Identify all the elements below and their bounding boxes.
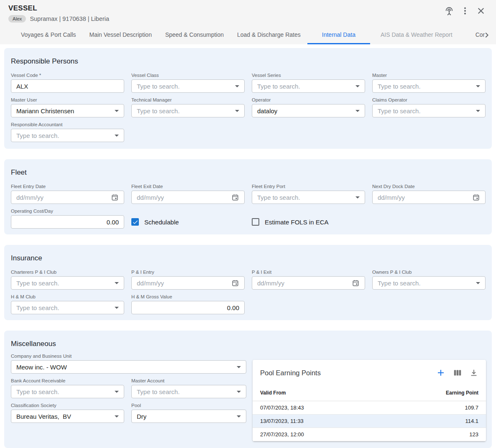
fleet-exit-date-input[interactable]: dd/mm/yy: [131, 191, 245, 204]
schedulable-checkbox-row[interactable]: Schedulable: [131, 218, 245, 226]
field-vessel-class: Vessel Class Type to search.: [131, 68, 245, 93]
responsible-accountant-select[interactable]: Type to search.: [11, 129, 124, 142]
claims-operator-select[interactable]: Type to search.: [372, 104, 486, 117]
bank-account-receivable-select[interactable]: Type to search.: [11, 385, 124, 398]
fleet-entry-port-select[interactable]: Type to search.: [252, 191, 365, 204]
field-vessel-code: Vessel Code * ALX: [11, 68, 124, 93]
field-label: Vessel Class: [131, 73, 245, 78]
checkbox-unchecked-icon[interactable]: [252, 218, 259, 226]
hm-club-select[interactable]: Type to search.: [11, 301, 124, 314]
classification-society-select[interactable]: Bureau Veritas, BV: [11, 410, 124, 423]
cell-earning-point: 109.7: [381, 401, 486, 415]
section-insurance: Insurance Charterers P & I Club Type to …: [4, 245, 492, 320]
master-user-select[interactable]: Mariann Christensen: [11, 104, 124, 117]
chevron-down-icon: [115, 135, 119, 137]
chevron-down-icon: [235, 85, 239, 87]
estimate-fols-checkbox-row[interactable]: Estimate FOLS in ECA: [252, 218, 365, 226]
field-label: Classification Society: [11, 403, 124, 408]
hm-gross-value-input[interactable]: 0.00: [131, 301, 245, 314]
field-label: Claims Operator: [372, 97, 486, 103]
table-row[interactable]: 27/07/2023, 12:00 123: [253, 428, 486, 441]
field-next-dry-dock-date: Next Dry Dock Date dd/mm/yy: [372, 179, 486, 204]
field-vessel-series: Vessel Series Type to search.: [252, 68, 365, 93]
field-label: Next Dry Dock Date: [372, 184, 486, 189]
chevron-down-icon: [237, 415, 241, 417]
tab-load-discharge-rates[interactable]: Load & Discharge Rates: [230, 28, 307, 44]
operating-cost-day-input[interactable]: 0.00: [11, 215, 124, 229]
checkbox-checked-icon[interactable]: [131, 218, 139, 226]
cell-valid-from: 07/07/2023, 18:43: [253, 401, 381, 415]
field-pool: Pool Dry: [131, 398, 246, 423]
chevron-down-icon: [115, 307, 119, 309]
section-title: Fleet: [11, 168, 485, 177]
field-label: Vessel Code *: [11, 73, 124, 78]
calendar-icon[interactable]: [231, 279, 239, 287]
tab-voyages-port-calls[interactable]: Voyages & Port Calls: [14, 28, 83, 44]
column-header-valid-from[interactable]: Valid From: [253, 383, 381, 401]
field-pi-entry: P & I Entry dd/mm/yy: [131, 265, 245, 290]
table-row-selected[interactable]: 13/07/2023, 11:33 114.1: [253, 415, 486, 428]
kebab-menu-icon[interactable]: [460, 6, 470, 16]
next-dry-dock-date-input[interactable]: dd/mm/yy: [372, 191, 486, 204]
columns-icon[interactable]: [453, 368, 462, 377]
download-icon[interactable]: [469, 368, 478, 377]
field-master-user: Master User Mariann Christensen: [11, 93, 124, 117]
company-business-unit-select[interactable]: Meow inc. - WOW: [11, 360, 246, 374]
chevron-down-icon: [237, 391, 241, 393]
field-label: Master User: [11, 97, 124, 103]
pi-entry-date-input[interactable]: dd/mm/yy: [131, 276, 245, 290]
section-title: Responsible Persons: [11, 57, 485, 66]
chevron-down-icon: [476, 110, 480, 112]
field-charterers-pi-club: Charterers P & I Club Type to search.: [11, 265, 124, 290]
field-label: Company and Business Unit: [11, 354, 246, 359]
vessel-series-select[interactable]: Type to search.: [252, 79, 365, 93]
field-label: Responsible Accountant: [11, 122, 124, 127]
chevron-right-icon[interactable]: [482, 30, 492, 40]
vessel-alias-badge: Alex: [8, 15, 26, 23]
calendar-icon[interactable]: [472, 193, 480, 201]
field-responsible-accountant: Responsible Accountant Type to search.: [11, 117, 124, 142]
field-fleet-entry-date: Fleet Entry Date dd/mm/yy: [11, 179, 124, 204]
technical-manager-select[interactable]: Type to search.: [131, 104, 245, 117]
calendar-icon[interactable]: [231, 193, 239, 201]
tab-ais-data-weather-report[interactable]: AIS Data & Weather Report: [370, 28, 463, 44]
checkbox-label: Schedulable: [144, 219, 179, 226]
vessel-class-select[interactable]: Type to search.: [131, 79, 245, 93]
column-header-earning-point[interactable]: Earning Point: [381, 383, 486, 401]
master-select[interactable]: Type to search.: [372, 79, 486, 93]
field-bank-account-receivable: Bank Account Receivable Type to search.: [11, 374, 124, 398]
operator-select[interactable]: dataloy: [252, 104, 365, 117]
add-icon[interactable]: [436, 368, 446, 378]
field-label: Fleet Entry Date: [11, 184, 124, 189]
section-responsible-persons: Responsible Persons Vessel Code * ALX Ve…: [4, 48, 492, 149]
fleet-entry-date-input[interactable]: dd/mm/yy: [11, 191, 124, 204]
tab-internal-data[interactable]: Internal Data: [307, 28, 370, 44]
field-label: Master: [372, 73, 486, 78]
field-master-account: Master Account Type to search.: [131, 374, 246, 398]
close-icon[interactable]: [476, 6, 486, 16]
owners-pi-club-select[interactable]: Type to search.: [372, 276, 486, 290]
chevron-down-icon: [115, 415, 119, 417]
tab-main-vessel-description[interactable]: Main Vessel Description: [83, 28, 159, 44]
pool-earning-points-table: Valid From Earning Point 07/07/2023, 18:…: [253, 383, 486, 441]
pool-earning-points-card: Pool Earning Points Valid From Earning P…: [253, 360, 486, 441]
calendar-icon[interactable]: [111, 193, 119, 201]
vessel-code-input[interactable]: ALX: [11, 79, 124, 93]
field-label: Operator: [252, 97, 365, 103]
master-account-select[interactable]: Type to search.: [131, 385, 246, 398]
field-hm-club: H & M Club Type to search.: [11, 290, 124, 314]
chevron-down-icon: [115, 282, 119, 284]
field-pi-exit: P & I Exit dd/mm/yy: [252, 265, 365, 290]
cell-earning-point: 123: [381, 428, 486, 441]
table-row[interactable]: 07/07/2023, 18:43 109.7: [253, 401, 486, 415]
field-label: Owners P & I Club: [372, 270, 486, 275]
pi-exit-date-input[interactable]: dd/mm/yy: [252, 276, 365, 290]
antenna-icon[interactable]: [444, 6, 454, 16]
charterers-pi-club-select[interactable]: Type to search.: [11, 276, 124, 290]
chevron-down-icon: [355, 196, 360, 199]
field-label: Master Account: [131, 378, 246, 384]
tab-speed-consumption[interactable]: Speed & Consumption: [159, 28, 230, 44]
calendar-icon[interactable]: [352, 279, 360, 287]
pool-select[interactable]: Dry: [131, 410, 246, 423]
tab-bar: Voyages & Port Calls Main Vessel Descrip…: [14, 28, 491, 44]
